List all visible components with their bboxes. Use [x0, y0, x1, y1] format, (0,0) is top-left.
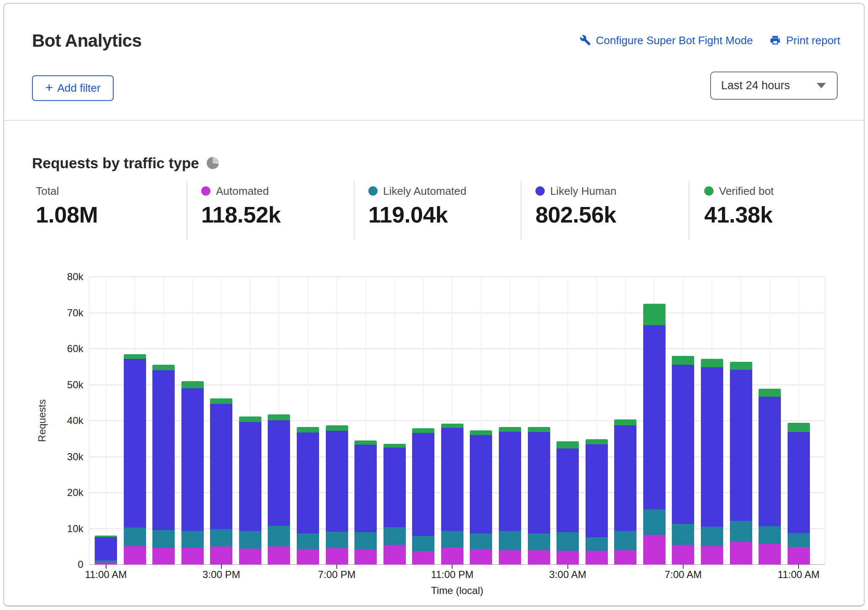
- bar-5-00-pm[interactable]: [268, 414, 290, 565]
- bar-segment-likely-human: [383, 448, 406, 527]
- print-report-link[interactable]: Print report: [769, 34, 840, 46]
- bar-4-00-pm[interactable]: [239, 416, 261, 565]
- bar-9-00-pm[interactable]: [383, 444, 406, 565]
- bar-segment-likely-human: [354, 445, 377, 532]
- bar-segment-likely-human: [701, 367, 723, 527]
- bar-segment-verified-bot: [701, 359, 723, 367]
- time-range-select[interactable]: Last 24 hours: [710, 72, 838, 100]
- bar-10-00-pm[interactable]: [412, 428, 434, 565]
- stat-label: Likely Automated: [383, 186, 466, 196]
- bar-segment-automated: [326, 548, 348, 565]
- wrench-icon: [580, 34, 591, 46]
- bar-segment-likely-human: [672, 365, 694, 524]
- likely-human-legend-dot: [535, 186, 545, 196]
- stat-value: 1.08M: [36, 203, 98, 226]
- bar-segment-likely-automated: [124, 528, 146, 546]
- pie-chart-icon: [207, 157, 219, 169]
- bar-10-00-am[interactable]: [759, 389, 781, 565]
- bar-5-00-am[interactable]: [614, 419, 636, 565]
- bar-segment-likely-automated: [499, 531, 521, 550]
- bar-1-00-am[interactable]: [499, 427, 521, 565]
- bar-4-00-am[interactable]: [586, 439, 608, 565]
- bar-8-00-pm[interactable]: [354, 440, 377, 565]
- bar-segment-automated: [528, 550, 550, 565]
- bar-2-00-pm[interactable]: [181, 381, 204, 565]
- bar-segment-verified-bot: [643, 304, 666, 325]
- bar-segment-likely-human: [297, 432, 319, 533]
- stat-label: Verified bot: [719, 186, 774, 196]
- bar-segment-automated: [759, 544, 781, 565]
- stat-likely-human[interactable]: Likely Human 802.56k: [535, 186, 617, 226]
- bar-segment-verified-bot: [354, 440, 377, 445]
- bar-segment-likely-automated: [614, 531, 636, 550]
- bar-segment-likely-human: [239, 422, 261, 530]
- bar-segment-likely-automated: [643, 509, 666, 535]
- bar-7-00-pm[interactable]: [326, 425, 348, 565]
- bar-segment-automated: [701, 546, 723, 565]
- bar-segment-likely-automated: [586, 537, 608, 551]
- bar-segment-likely-human: [152, 370, 175, 530]
- bar-3-00-pm[interactable]: [210, 398, 232, 565]
- bar-segment-verified-bot: [152, 365, 175, 371]
- bar-segment-likely-human: [441, 428, 463, 531]
- bar-7-00-am[interactable]: [672, 356, 694, 565]
- bar-11-00-am[interactable]: [788, 423, 810, 565]
- bar-segment-verified-bot: [586, 439, 608, 444]
- bar-segment-automated: [124, 546, 146, 565]
- bar-11-00-am[interactable]: [95, 536, 117, 565]
- bar-segment-automated: [730, 542, 752, 565]
- bar-3-00-am[interactable]: [556, 441, 579, 565]
- bar-segment-likely-human: [181, 388, 204, 531]
- stat-verified-bot[interactable]: Verified bot 41.38k: [704, 186, 774, 226]
- bar-segment-automated: [412, 551, 434, 565]
- stat-divider: [354, 181, 354, 240]
- bar-segment-likely-human: [470, 435, 492, 533]
- section-title-row: Requests by traffic type: [32, 156, 219, 170]
- configure-super-bot-fight-mode-link[interactable]: Configure Super Bot Fight Mode: [580, 34, 753, 46]
- bar-segment-likely-human: [412, 433, 434, 536]
- bar-segment-verified-bot: [181, 381, 204, 388]
- bar-6-00-pm[interactable]: [297, 427, 319, 565]
- stat-label: Automated: [216, 186, 269, 196]
- bar-segment-verified-bot: [412, 428, 434, 433]
- bar-segment-automated: [210, 546, 232, 565]
- bar-segment-likely-automated: [297, 533, 319, 549]
- bar-6-00-am[interactable]: [643, 304, 666, 565]
- bar-segment-likely-automated: [326, 532, 348, 548]
- bar-segment-likely-automated: [181, 531, 204, 548]
- bar-9-00-am[interactable]: [730, 362, 752, 565]
- bar-segment-automated: [239, 549, 261, 565]
- bar-segment-likely-human: [730, 370, 752, 520]
- bar-segment-likely-human: [326, 431, 348, 532]
- bar-11-00-pm[interactable]: [441, 424, 463, 565]
- stat-total[interactable]: Total 1.08M: [36, 186, 98, 226]
- bar-segment-automated: [95, 562, 117, 565]
- bar-segment-likely-automated: [672, 524, 694, 545]
- bar-segment-likely-automated: [701, 527, 723, 546]
- header-divider: [4, 120, 864, 121]
- bar-segment-verified-bot: [441, 424, 463, 428]
- bar-segment-verified-bot: [730, 362, 752, 370]
- bar-segment-automated: [297, 549, 319, 565]
- likely-automated-legend-dot: [368, 186, 378, 196]
- bar-segment-likely-human: [528, 432, 550, 533]
- bar-12-00-pm[interactable]: [124, 354, 146, 565]
- print-link-label: Print report: [786, 35, 840, 46]
- bar-segment-verified-bot: [383, 444, 406, 448]
- bar-segment-likely-automated: [268, 526, 290, 547]
- bar-1-00-pm[interactable]: [152, 365, 175, 565]
- bar-segment-automated: [672, 545, 694, 565]
- stat-automated[interactable]: Automated 118.52k: [201, 186, 281, 226]
- bar-2-00-am[interactable]: [528, 427, 550, 565]
- bar-12-00-am[interactable]: [470, 430, 492, 565]
- bar-8-00-am[interactable]: [701, 359, 723, 565]
- chevron-down-icon: [817, 83, 826, 88]
- configure-link-label: Configure Super Bot Fight Mode: [596, 35, 753, 46]
- bar-segment-automated: [586, 551, 608, 565]
- bar-segment-likely-automated: [730, 521, 752, 542]
- bar-segment-verified-bot: [672, 356, 694, 365]
- bar-segment-likely-human: [643, 325, 666, 509]
- bar-segment-likely-automated: [528, 533, 550, 550]
- stat-likely-automated[interactable]: Likely Automated 119.04k: [368, 186, 466, 226]
- add-filter-button[interactable]: + Add filter: [32, 75, 114, 101]
